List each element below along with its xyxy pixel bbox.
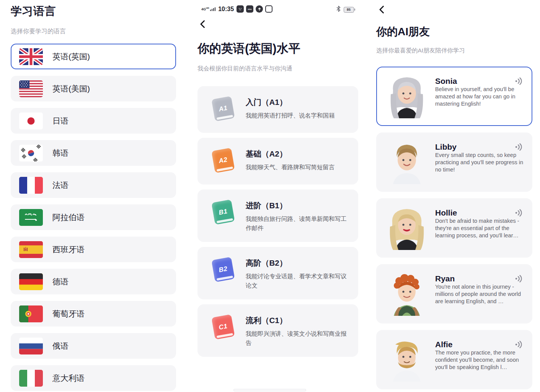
battery-level: 85 [344, 7, 354, 13]
friend-name: Alfie [435, 340, 453, 349]
page-subtitle: 选择你要学习的语言 [11, 28, 176, 36]
vivo-icon: vivo [246, 5, 253, 13]
language-list: 英语(英国) 英语(美国) 日语 [11, 44, 176, 391]
avatar-hollie [388, 207, 426, 250]
page-title: 你的AI朋友 [376, 24, 540, 39]
friend-card-alfie[interactable]: Alfie The more you practice, the more co… [376, 330, 532, 389]
friend-card-hollie[interactable]: Hollie Don't be afraid to make mistakes … [376, 198, 532, 258]
level-card-a1[interactable]: A1 入门（A1） 我能用英语打招呼、说名字和国籍 [197, 86, 358, 133]
level-name: 高阶（B2） [246, 258, 348, 268]
app-icon [237, 5, 244, 13]
voice-play-icon[interactable] [515, 275, 524, 283]
page-subtitle: 我会根据你目前的语言水平与你沟通 [197, 65, 360, 73]
level-card-a2[interactable]: A2 基础（A2） 我能聊天气、看路牌和写简短留言 [197, 138, 358, 185]
voice-play-icon[interactable] [515, 143, 524, 151]
italy-flag [19, 370, 43, 387]
browser-icon [265, 5, 272, 13]
friend-quote: Every small step counts, so keep practic… [435, 152, 523, 173]
spain-flag [19, 241, 43, 258]
screen-english-level: 4GHD 10:35 vivo [180, 0, 360, 392]
back-button[interactable] [198, 19, 208, 29]
language-label: 德语 [52, 276, 69, 287]
level-name: 基础（A2） [246, 149, 335, 159]
level-card-c1[interactable]: C1 流利（C1） 我能即兴演讲、读英文小说和写商业报告 [197, 304, 358, 357]
language-label: 日语 [52, 116, 69, 126]
language-item-german[interactable]: 德语 [11, 269, 176, 294]
language-item-korean[interactable]: 韩语 [11, 140, 176, 166]
language-label: 阿拉伯语 [52, 212, 85, 223]
language-item-japanese[interactable]: 日语 [11, 108, 176, 134]
friend-card-ryan[interactable]: Ryan You're not alone in this journey - … [376, 264, 532, 323]
us-flag [19, 80, 43, 97]
avatar-libby [388, 141, 426, 184]
app-root: 学习语言 选择你要学习的语言 英语(英国) [0, 0, 540, 392]
level-card-b1[interactable]: B1 进阶（B1） 我能独自旅行问路、读简单新闻和写工作邮件 [197, 189, 358, 242]
level-card-b2[interactable]: B2 高阶（B2） 我能讨论专业话题、看学术文章和写议论文 [197, 247, 358, 299]
book-a1-icon: A1 [210, 96, 236, 124]
page-title: 学习语言 [11, 4, 176, 19]
level-list: A1 入门（A1） 我能用英语打招呼、说名字和国籍 A2 基础（A2） 我能聊天… [197, 86, 358, 357]
level-description: 我能聊天气、看路牌和写简短留言 [246, 163, 335, 172]
page-title: 你的英语(英国)水平 [197, 41, 360, 57]
voice-play-icon[interactable] [515, 209, 524, 217]
screen-learn-language: 学习语言 选择你要学习的语言 英语(英国) [0, 0, 180, 392]
language-label: 俄语 [52, 341, 69, 351]
level-name: 流利（C1） [246, 315, 348, 326]
japan-flag [19, 113, 43, 129]
language-label: 西班牙语 [52, 244, 85, 255]
friend-quote: You're not alone in this journey - milli… [435, 284, 521, 304]
language-item-english-uk[interactable]: 英语(英国) [11, 44, 176, 69]
germany-flag [19, 273, 43, 290]
language-item-italian[interactable]: 意大利语 [11, 365, 176, 391]
book-b1-icon: B1 [210, 199, 236, 233]
avatar-ryan [388, 273, 426, 316]
language-label: 英语(英国) [52, 51, 90, 62]
portugal-flag [19, 305, 43, 322]
home-indicator[interactable] [233, 389, 306, 391]
friend-list: Sonia Believe in yourself, and you'll be… [376, 67, 532, 389]
avatar-alfie [388, 338, 426, 382]
uk-flag [19, 48, 43, 65]
language-item-french[interactable]: 法语 [11, 172, 176, 198]
level-name: 入门（A1） [246, 97, 335, 108]
friend-card-libby[interactable]: Libby Every small step counts, so keep p… [376, 132, 532, 192]
korea-flag [19, 145, 43, 162]
friend-name: Ryan [435, 274, 455, 283]
voice-play-icon[interactable] [515, 341, 524, 348]
status-bar: 4GHD 10:35 vivo [180, 0, 360, 15]
book-c1-icon: C1 [210, 314, 236, 348]
friend-quote: Don't be afraid to make mistakes - they'… [435, 218, 519, 238]
friend-name: Hollie [435, 208, 457, 217]
level-description: 我能用英语打招呼、说名字和国籍 [246, 111, 335, 120]
book-a2-icon: A2 [210, 148, 236, 175]
language-label: 法语 [52, 180, 69, 191]
screen-ai-friends: 你的AI朋友 选择你最喜爱的AI朋友陪伴你学习 [360, 0, 540, 392]
level-description: 我能独自旅行问路、读简单新闻和写工作邮件 [246, 214, 348, 233]
friend-name: Libby [435, 142, 457, 152]
arrow-up-icon [256, 5, 263, 13]
saudi-arabia-flag [19, 209, 43, 226]
language-label: 葡萄牙语 [52, 309, 85, 319]
language-item-spanish[interactable]: 西班牙语 [11, 237, 176, 262]
status-time: 10:35 [218, 6, 234, 13]
language-item-portuguese[interactable]: 葡萄牙语 [11, 301, 176, 327]
language-item-arabic[interactable]: 阿拉伯语 [11, 204, 176, 230]
language-item-english-us[interactable]: 英语(美国) [11, 76, 176, 101]
level-description: 我能即兴演讲、读英文小说和写商业报告 [246, 329, 348, 348]
bluetooth-icon [336, 6, 341, 13]
language-item-russian[interactable]: 俄语 [11, 333, 176, 359]
friend-quote: The more you practice, the more confiden… [435, 350, 519, 370]
friend-card-sonia[interactable]: Sonia Believe in yourself, and you'll be… [376, 67, 532, 126]
language-label: 意大利语 [52, 373, 85, 384]
battery-icon: 85 [344, 7, 356, 13]
avatar-sonia [388, 75, 426, 118]
russia-flag [19, 338, 43, 354]
network-signal-icon: 4GHD [201, 7, 215, 11]
friend-name: Sonia [435, 77, 457, 86]
france-flag [19, 177, 43, 194]
back-button[interactable] [377, 5, 387, 15]
friend-quote: Believe in yourself, and you'll be amaze… [435, 86, 516, 107]
language-label: 英语(美国) [52, 83, 90, 94]
level-name: 进阶（B1） [246, 200, 348, 211]
voice-play-icon[interactable] [515, 77, 524, 85]
